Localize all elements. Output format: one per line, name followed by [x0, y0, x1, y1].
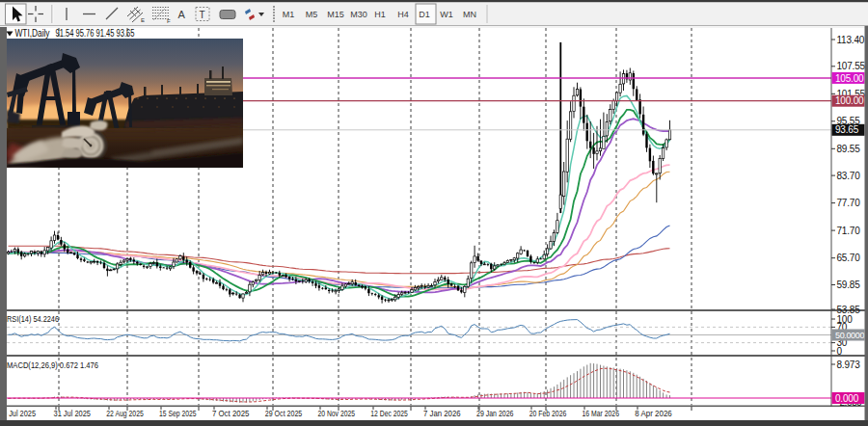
svg-text:29 Oct 2025: 29 Oct 2025 [265, 409, 303, 418]
svg-text:M1: M1 [283, 10, 295, 19]
svg-text:E: E [141, 17, 145, 23]
svg-text:M30: M30 [350, 10, 367, 19]
svg-text:105.00: 105.00 [835, 73, 864, 84]
svg-text:20 Nov 2025: 20 Nov 2025 [318, 409, 356, 418]
svg-text:M5: M5 [306, 10, 318, 19]
svg-text:H4: H4 [397, 10, 409, 19]
svg-text:F: F [167, 18, 171, 24]
svg-text:D1: D1 [419, 10, 430, 19]
svg-text:83.70: 83.70 [837, 171, 861, 181]
svg-text:A: A [178, 9, 186, 20]
svg-text:M15: M15 [327, 10, 344, 19]
svg-text:8.973: 8.973 [837, 359, 861, 370]
svg-text:71.70: 71.70 [837, 226, 861, 236]
svg-text:91.54 95.76 91.45 93.65: 91.54 95.76 91.45 93.65 [56, 28, 135, 39]
svg-text:7 Jan 2026: 7 Jan 2026 [423, 409, 461, 418]
svg-text:MN: MN [463, 10, 476, 19]
svg-text:RSI(14) 54.2246: RSI(14) 54.2246 [7, 314, 59, 324]
svg-text:50.0000: 50.0000 [835, 331, 864, 340]
svg-text:0: 0 [837, 346, 843, 357]
svg-text:MACD(12,26,9) 0.672 1.476: MACD(12,26,9) 0.672 1.476 [7, 360, 98, 370]
svg-text:H1: H1 [374, 10, 386, 19]
svg-text:8 Apr 2026: 8 Apr 2026 [635, 409, 672, 418]
svg-text:29 Jan 2026: 29 Jan 2026 [476, 409, 514, 418]
svg-text:T: T [200, 10, 205, 20]
svg-text:93.65: 93.65 [835, 124, 859, 135]
svg-text:7 Oct 2025: 7 Oct 2025 [212, 409, 250, 418]
svg-text:113.40: 113.40 [837, 35, 865, 45]
svg-text:12 Dec 2025: 12 Dec 2025 [370, 409, 408, 418]
svg-text:77.70: 77.70 [837, 198, 861, 208]
svg-text:W1: W1 [440, 10, 453, 19]
svg-text:16 Mar 2026: 16 Mar 2026 [583, 409, 620, 418]
svg-text:100.00: 100.00 [835, 95, 864, 106]
svg-text:20 Feb 2026: 20 Feb 2026 [529, 409, 567, 418]
svg-text:59.85: 59.85 [837, 280, 861, 290]
svg-text:WTI,Daily: WTI,Daily [15, 28, 50, 39]
svg-text:0.000: 0.000 [835, 393, 859, 404]
svg-text:89.55: 89.55 [837, 144, 861, 154]
svg-text:22 Aug 2025: 22 Aug 2025 [106, 409, 144, 418]
svg-text:65.70: 65.70 [837, 253, 861, 263]
svg-text:9 Jul 2025: 9 Jul 2025 [3, 409, 36, 418]
svg-text:107.55: 107.55 [837, 61, 866, 71]
svg-text:15 Sep 2025: 15 Sep 2025 [159, 409, 197, 418]
